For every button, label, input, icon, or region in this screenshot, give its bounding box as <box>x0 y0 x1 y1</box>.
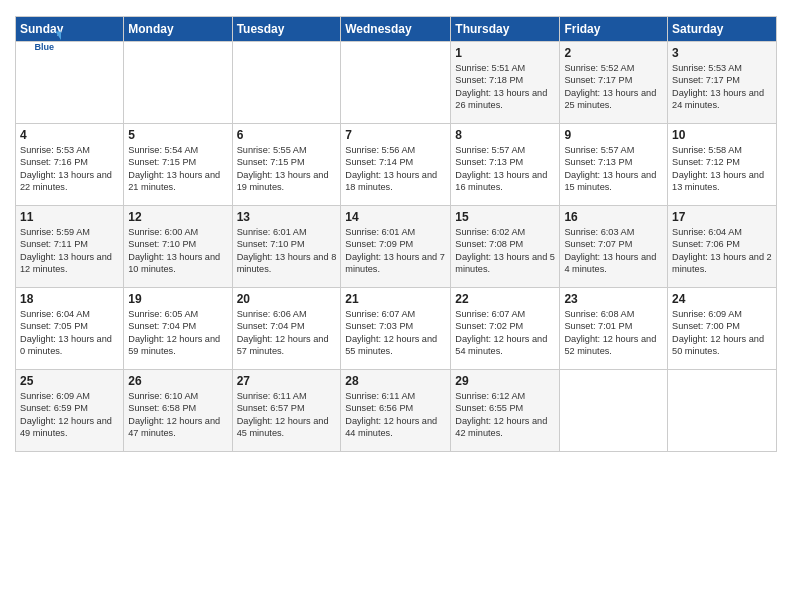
header-cell-saturday: Saturday <box>668 17 777 42</box>
day-number: 2 <box>564 46 663 60</box>
calendar-cell: 28Sunrise: 6:11 AM Sunset: 6:56 PM Dayli… <box>341 370 451 452</box>
week-row-3: 11Sunrise: 5:59 AM Sunset: 7:11 PM Dayli… <box>16 206 777 288</box>
header-cell-monday: Monday <box>124 17 232 42</box>
cell-content: Sunrise: 6:01 AM Sunset: 7:09 PM Dayligh… <box>345 226 446 276</box>
day-number: 29 <box>455 374 555 388</box>
calendar-cell: 10Sunrise: 5:58 AM Sunset: 7:12 PM Dayli… <box>668 124 777 206</box>
cell-content: Sunrise: 6:11 AM Sunset: 6:57 PM Dayligh… <box>237 390 337 440</box>
svg-text:Blue: Blue <box>34 42 54 52</box>
calendar-cell: 4Sunrise: 5:53 AM Sunset: 7:16 PM Daylig… <box>16 124 124 206</box>
cell-content: Sunrise: 5:52 AM Sunset: 7:17 PM Dayligh… <box>564 62 663 112</box>
day-number: 5 <box>128 128 227 142</box>
calendar-cell: 22Sunrise: 6:07 AM Sunset: 7:02 PM Dayli… <box>451 288 560 370</box>
day-number: 13 <box>237 210 337 224</box>
cell-content: Sunrise: 6:08 AM Sunset: 7:01 PM Dayligh… <box>564 308 663 358</box>
calendar-cell: 1Sunrise: 5:51 AM Sunset: 7:18 PM Daylig… <box>451 42 560 124</box>
day-number: 24 <box>672 292 772 306</box>
header-cell-wednesday: Wednesday <box>341 17 451 42</box>
cell-content: Sunrise: 6:04 AM Sunset: 7:06 PM Dayligh… <box>672 226 772 276</box>
day-number: 17 <box>672 210 772 224</box>
day-number: 22 <box>455 292 555 306</box>
cell-content: Sunrise: 6:00 AM Sunset: 7:10 PM Dayligh… <box>128 226 227 276</box>
day-number: 18 <box>20 292 119 306</box>
cell-content: Sunrise: 5:55 AM Sunset: 7:15 PM Dayligh… <box>237 144 337 194</box>
calendar-cell: 16Sunrise: 6:03 AM Sunset: 7:07 PM Dayli… <box>560 206 668 288</box>
calendar-cell: 9Sunrise: 5:57 AM Sunset: 7:13 PM Daylig… <box>560 124 668 206</box>
calendar-cell <box>124 42 232 124</box>
calendar-cell: 2Sunrise: 5:52 AM Sunset: 7:17 PM Daylig… <box>560 42 668 124</box>
calendar-cell <box>668 370 777 452</box>
day-number: 4 <box>20 128 119 142</box>
calendar-cell: 19Sunrise: 6:05 AM Sunset: 7:04 PM Dayli… <box>124 288 232 370</box>
calendar-cell: 6Sunrise: 5:55 AM Sunset: 7:15 PM Daylig… <box>232 124 341 206</box>
day-number: 8 <box>455 128 555 142</box>
calendar-cell <box>560 370 668 452</box>
calendar-cell: 13Sunrise: 6:01 AM Sunset: 7:10 PM Dayli… <box>232 206 341 288</box>
header-cell-tuesday: Tuesday <box>232 17 341 42</box>
calendar-cell: 11Sunrise: 5:59 AM Sunset: 7:11 PM Dayli… <box>16 206 124 288</box>
day-number: 9 <box>564 128 663 142</box>
day-number: 20 <box>237 292 337 306</box>
day-number: 14 <box>345 210 446 224</box>
day-number: 21 <box>345 292 446 306</box>
week-row-2: 4Sunrise: 5:53 AM Sunset: 7:16 PM Daylig… <box>16 124 777 206</box>
calendar-cell: 26Sunrise: 6:10 AM Sunset: 6:58 PM Dayli… <box>124 370 232 452</box>
calendar-cell: 24Sunrise: 6:09 AM Sunset: 7:00 PM Dayli… <box>668 288 777 370</box>
cell-content: Sunrise: 6:01 AM Sunset: 7:10 PM Dayligh… <box>237 226 337 276</box>
cell-content: Sunrise: 5:57 AM Sunset: 7:13 PM Dayligh… <box>564 144 663 194</box>
calendar-cell: 17Sunrise: 6:04 AM Sunset: 7:06 PM Dayli… <box>668 206 777 288</box>
cell-content: Sunrise: 6:07 AM Sunset: 7:03 PM Dayligh… <box>345 308 446 358</box>
general-blue-icon: General Blue <box>33 26 61 54</box>
header-row: SundayMondayTuesdayWednesdayThursdayFrid… <box>16 17 777 42</box>
calendar-cell: 5Sunrise: 5:54 AM Sunset: 7:15 PM Daylig… <box>124 124 232 206</box>
day-number: 26 <box>128 374 227 388</box>
day-number: 28 <box>345 374 446 388</box>
header-cell-friday: Friday <box>560 17 668 42</box>
cell-content: Sunrise: 6:07 AM Sunset: 7:02 PM Dayligh… <box>455 308 555 358</box>
day-number: 19 <box>128 292 227 306</box>
calendar-cell: 23Sunrise: 6:08 AM Sunset: 7:01 PM Dayli… <box>560 288 668 370</box>
calendar-cell <box>341 42 451 124</box>
day-number: 12 <box>128 210 227 224</box>
day-number: 6 <box>237 128 337 142</box>
calendar-cell <box>232 42 341 124</box>
calendar-cell: 21Sunrise: 6:07 AM Sunset: 7:03 PM Dayli… <box>341 288 451 370</box>
logo: General Blue <box>33 26 63 54</box>
calendar-cell: 29Sunrise: 6:12 AM Sunset: 6:55 PM Dayli… <box>451 370 560 452</box>
day-number: 11 <box>20 210 119 224</box>
cell-content: Sunrise: 5:53 AM Sunset: 7:17 PM Dayligh… <box>672 62 772 112</box>
day-number: 25 <box>20 374 119 388</box>
week-row-4: 18Sunrise: 6:04 AM Sunset: 7:05 PM Dayli… <box>16 288 777 370</box>
calendar-cell <box>16 42 124 124</box>
calendar-cell: 27Sunrise: 6:11 AM Sunset: 6:57 PM Dayli… <box>232 370 341 452</box>
cell-content: Sunrise: 5:58 AM Sunset: 7:12 PM Dayligh… <box>672 144 772 194</box>
calendar-cell: 12Sunrise: 6:00 AM Sunset: 7:10 PM Dayli… <box>124 206 232 288</box>
calendar-cell: 7Sunrise: 5:56 AM Sunset: 7:14 PM Daylig… <box>341 124 451 206</box>
day-number: 23 <box>564 292 663 306</box>
calendar-table: SundayMondayTuesdayWednesdayThursdayFrid… <box>15 16 777 452</box>
day-number: 3 <box>672 46 772 60</box>
week-row-1: 1Sunrise: 5:51 AM Sunset: 7:18 PM Daylig… <box>16 42 777 124</box>
header-cell-sunday: Sunday <box>16 17 124 42</box>
cell-content: Sunrise: 6:04 AM Sunset: 7:05 PM Dayligh… <box>20 308 119 358</box>
calendar-cell: 18Sunrise: 6:04 AM Sunset: 7:05 PM Dayli… <box>16 288 124 370</box>
calendar-cell: 14Sunrise: 6:01 AM Sunset: 7:09 PM Dayli… <box>341 206 451 288</box>
cell-content: Sunrise: 6:10 AM Sunset: 6:58 PM Dayligh… <box>128 390 227 440</box>
day-number: 27 <box>237 374 337 388</box>
day-number: 10 <box>672 128 772 142</box>
calendar-cell: 15Sunrise: 6:02 AM Sunset: 7:08 PM Dayli… <box>451 206 560 288</box>
cell-content: Sunrise: 6:06 AM Sunset: 7:04 PM Dayligh… <box>237 308 337 358</box>
cell-content: Sunrise: 6:03 AM Sunset: 7:07 PM Dayligh… <box>564 226 663 276</box>
cell-content: Sunrise: 6:11 AM Sunset: 6:56 PM Dayligh… <box>345 390 446 440</box>
cell-content: Sunrise: 6:09 AM Sunset: 6:59 PM Dayligh… <box>20 390 119 440</box>
cell-content: Sunrise: 5:54 AM Sunset: 7:15 PM Dayligh… <box>128 144 227 194</box>
cell-content: Sunrise: 5:56 AM Sunset: 7:14 PM Dayligh… <box>345 144 446 194</box>
week-row-5: 25Sunrise: 6:09 AM Sunset: 6:59 PM Dayli… <box>16 370 777 452</box>
cell-content: Sunrise: 5:53 AM Sunset: 7:16 PM Dayligh… <box>20 144 119 194</box>
header-cell-thursday: Thursday <box>451 17 560 42</box>
day-number: 7 <box>345 128 446 142</box>
calendar-cell: 20Sunrise: 6:06 AM Sunset: 7:04 PM Dayli… <box>232 288 341 370</box>
cell-content: Sunrise: 5:57 AM Sunset: 7:13 PM Dayligh… <box>455 144 555 194</box>
day-number: 16 <box>564 210 663 224</box>
calendar-cell: 8Sunrise: 5:57 AM Sunset: 7:13 PM Daylig… <box>451 124 560 206</box>
